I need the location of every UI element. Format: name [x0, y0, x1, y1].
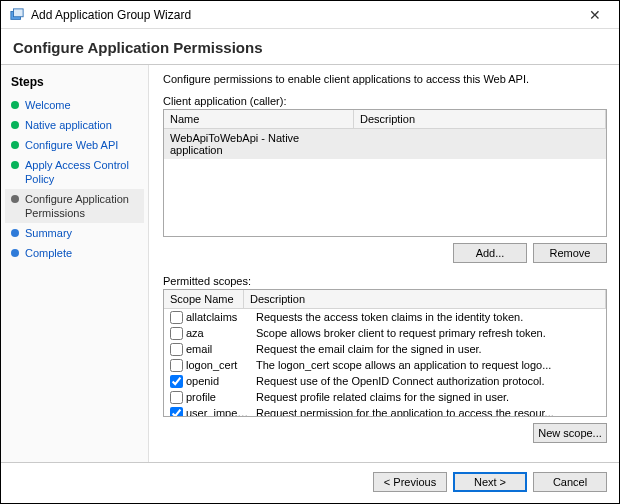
step-bullet-icon: [11, 101, 19, 109]
step-label: Apply Access Control Policy: [25, 158, 138, 186]
step-bullet-icon: [11, 161, 19, 169]
scope-description: The logon_cert scope allows an applicati…: [256, 359, 602, 371]
scope-name: allatclaims: [186, 311, 256, 323]
steps-header: Steps: [5, 71, 144, 95]
step-configure-web-api[interactable]: Configure Web API: [5, 135, 144, 155]
scope-description: Request profile related claims for the s…: [256, 391, 602, 403]
close-button[interactable]: ✕: [579, 7, 611, 23]
client-row-name: WebApiToWebApi - Native application: [164, 129, 354, 159]
scope-name: openid: [186, 375, 256, 387]
scope-col-description[interactable]: Description: [244, 290, 606, 308]
step-apply-access-control-policy[interactable]: Apply Access Control Policy: [5, 155, 144, 189]
content-pane: Configure permissions to enable client a…: [149, 65, 619, 462]
step-welcome[interactable]: Welcome: [5, 95, 144, 115]
scopes-label: Permitted scopes:: [163, 275, 607, 287]
step-label: Complete: [25, 246, 72, 260]
remove-button[interactable]: Remove: [533, 243, 607, 263]
step-configure-application-permissions: Configure Application Permissions: [5, 189, 144, 223]
svg-rect-1: [14, 8, 24, 16]
step-bullet-icon: [11, 121, 19, 129]
step-complete[interactable]: Complete: [5, 243, 144, 263]
scope-columns: Scope Name Description: [164, 290, 606, 309]
scope-name: email: [186, 343, 256, 355]
client-row[interactable]: WebApiToWebApi - Native application: [164, 129, 606, 159]
scope-row[interactable]: user_imperso...Request permission for th…: [164, 405, 606, 417]
description-text: Configure permissions to enable client a…: [163, 73, 607, 85]
scope-col-name[interactable]: Scope Name: [164, 290, 244, 308]
step-bullet-icon: [11, 141, 19, 149]
scope-name: aza: [186, 327, 256, 339]
step-label: Summary: [25, 226, 72, 240]
step-label: Configure Web API: [25, 138, 118, 152]
scope-description: Requests the access token claims in the …: [256, 311, 602, 323]
page-heading: Configure Application Permissions: [1, 29, 619, 65]
scope-description: Scope allows broker client to request pr…: [256, 327, 602, 339]
step-label: Configure Application Permissions: [25, 192, 138, 220]
scope-checkbox[interactable]: [170, 343, 183, 356]
scope-row[interactable]: logon_certThe logon_cert scope allows an…: [164, 357, 606, 373]
add-button[interactable]: Add...: [453, 243, 527, 263]
scope-row[interactable]: allatclaimsRequests the access token cla…: [164, 309, 606, 325]
scope-description: Request use of the OpenID Connect author…: [256, 375, 602, 387]
client-col-name[interactable]: Name: [164, 110, 354, 128]
previous-button[interactable]: < Previous: [373, 472, 447, 492]
step-bullet-icon: [11, 229, 19, 237]
scope-row[interactable]: profileRequest profile related claims fo…: [164, 389, 606, 405]
scope-row[interactable]: emailRequest the email claim for the sig…: [164, 341, 606, 357]
scope-checkbox[interactable]: [170, 391, 183, 404]
scope-checkbox[interactable]: [170, 407, 183, 418]
scope-name: user_imperso...: [186, 407, 256, 417]
next-button[interactable]: Next >: [453, 472, 527, 492]
wizard-footer: < Previous Next > Cancel: [1, 462, 619, 500]
client-application-list[interactable]: Name Description WebApiToWebApi - Native…: [163, 109, 607, 237]
scope-checkbox[interactable]: [170, 311, 183, 324]
scope-checkbox[interactable]: [170, 327, 183, 340]
scope-row[interactable]: openidRequest use of the OpenID Connect …: [164, 373, 606, 389]
client-col-description[interactable]: Description: [354, 110, 606, 128]
main-area: Steps WelcomeNative applicationConfigure…: [1, 65, 619, 462]
scope-name: logon_cert: [186, 359, 256, 371]
new-scope-button[interactable]: New scope...: [533, 423, 607, 443]
scope-description: Request permission for the application t…: [256, 407, 602, 417]
cancel-button[interactable]: Cancel: [533, 472, 607, 492]
client-columns: Name Description: [164, 110, 606, 129]
scope-description: Request the email claim for the signed i…: [256, 343, 602, 355]
step-bullet-icon: [11, 249, 19, 257]
titlebar: Add Application Group Wizard ✕: [1, 1, 619, 29]
clients-label: Client application (caller):: [163, 95, 607, 107]
window-title: Add Application Group Wizard: [31, 8, 579, 22]
steps-sidebar: Steps WelcomeNative applicationConfigure…: [1, 65, 149, 462]
scope-name: profile: [186, 391, 256, 403]
scope-row[interactable]: azaScope allows broker client to request…: [164, 325, 606, 341]
client-row-description: [354, 129, 606, 159]
step-native-application[interactable]: Native application: [5, 115, 144, 135]
app-icon: [9, 7, 25, 23]
step-bullet-icon: [11, 195, 19, 203]
step-label: Native application: [25, 118, 112, 132]
scope-checkbox[interactable]: [170, 375, 183, 388]
step-label: Welcome: [25, 98, 71, 112]
scope-checkbox[interactable]: [170, 359, 183, 372]
permitted-scopes-list[interactable]: Scope Name Description allatclaimsReques…: [163, 289, 607, 417]
step-summary[interactable]: Summary: [5, 223, 144, 243]
